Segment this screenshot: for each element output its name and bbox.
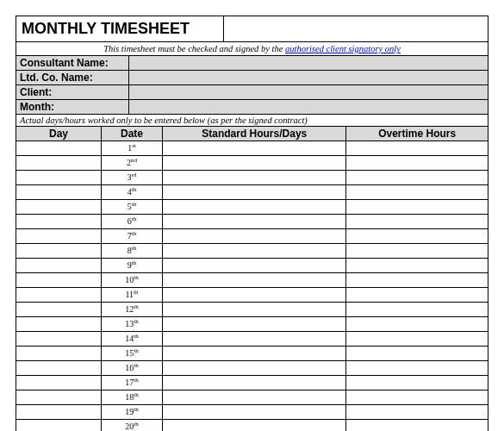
date-suffix: th xyxy=(132,259,136,266)
cell-overtime-hours[interactable] xyxy=(346,303,488,317)
cell-standard-hours[interactable] xyxy=(163,185,346,200)
table-row: 10th xyxy=(16,273,488,288)
col-header-day: Day xyxy=(16,127,101,141)
info-row: Month: xyxy=(16,100,488,115)
cell-standard-hours[interactable] xyxy=(163,405,346,420)
date-suffix: nd xyxy=(131,157,137,164)
table-row: 5th xyxy=(16,200,488,215)
cell-day[interactable] xyxy=(16,361,101,376)
cell-overtime-hours[interactable] xyxy=(346,244,488,259)
date-number: 11 xyxy=(125,290,134,299)
cell-standard-hours[interactable] xyxy=(163,244,346,259)
cell-overtime-hours[interactable] xyxy=(346,229,488,244)
info-value[interactable] xyxy=(129,100,488,114)
table-row: 8th xyxy=(16,244,488,259)
cell-date: 3rd xyxy=(101,171,162,185)
table-row: 16th xyxy=(16,361,488,376)
cell-overtime-hours[interactable] xyxy=(346,200,488,215)
date-suffix: th xyxy=(132,245,136,252)
cell-standard-hours[interactable] xyxy=(163,156,346,171)
cell-day[interactable] xyxy=(16,156,101,171)
cell-standard-hours[interactable] xyxy=(163,347,346,361)
cell-day[interactable] xyxy=(16,273,101,288)
cell-standard-hours[interactable] xyxy=(163,332,346,347)
cell-standard-hours[interactable] xyxy=(163,420,346,432)
cell-standard-hours[interactable] xyxy=(163,273,346,288)
cell-date: 11th xyxy=(101,288,162,303)
date-suffix: th xyxy=(134,318,138,325)
cell-date: 9th xyxy=(101,259,162,273)
cell-standard-hours[interactable] xyxy=(163,361,346,376)
cell-day[interactable] xyxy=(16,405,101,420)
date-number: 12 xyxy=(125,304,134,314)
cell-overtime-hours[interactable] xyxy=(346,259,488,273)
table-row: 9th xyxy=(16,259,488,273)
cell-day[interactable] xyxy=(16,288,101,303)
cell-overtime-hours[interactable] xyxy=(346,156,488,171)
cell-overtime-hours[interactable] xyxy=(346,405,488,420)
info-row: Consultant Name: xyxy=(16,56,488,71)
cell-standard-hours[interactable] xyxy=(163,200,346,215)
cell-day[interactable] xyxy=(16,317,101,332)
cell-overtime-hours[interactable] xyxy=(346,288,488,303)
cell-day[interactable] xyxy=(16,200,101,215)
cell-day[interactable] xyxy=(16,347,101,361)
cell-overtime-hours[interactable] xyxy=(346,185,488,200)
cell-overtime-hours[interactable] xyxy=(346,273,488,288)
cell-day[interactable] xyxy=(16,215,101,229)
cell-overtime-hours[interactable] xyxy=(346,171,488,185)
cell-overtime-hours[interactable] xyxy=(346,420,488,432)
date-number: 18 xyxy=(125,392,134,402)
cell-standard-hours[interactable] xyxy=(163,303,346,317)
table-row: 7th xyxy=(16,229,488,244)
cell-standard-hours[interactable] xyxy=(163,229,346,244)
cell-standard-hours[interactable] xyxy=(163,390,346,405)
cell-day[interactable] xyxy=(16,141,101,156)
note-link: authorised client signatory only xyxy=(285,44,401,53)
cell-day[interactable] xyxy=(16,185,101,200)
cell-overtime-hours[interactable] xyxy=(346,332,488,347)
cell-date: 20th xyxy=(101,420,162,432)
cell-standard-hours[interactable] xyxy=(163,171,346,185)
cell-overtime-hours[interactable] xyxy=(346,141,488,156)
cell-overtime-hours[interactable] xyxy=(346,376,488,390)
info-value[interactable] xyxy=(129,71,488,84)
info-label: Month: xyxy=(16,100,129,114)
cell-day[interactable] xyxy=(16,229,101,244)
cell-overtime-hours[interactable] xyxy=(346,390,488,405)
info-value[interactable] xyxy=(129,56,488,70)
cell-standard-hours[interactable] xyxy=(163,376,346,390)
table-row: 6th xyxy=(16,215,488,229)
cell-overtime-hours[interactable] xyxy=(346,347,488,361)
table-row: 18th xyxy=(16,390,488,405)
cell-day[interactable] xyxy=(16,390,101,405)
cell-overtime-hours[interactable] xyxy=(346,215,488,229)
cell-standard-hours[interactable] xyxy=(163,317,346,332)
cell-day[interactable] xyxy=(16,259,101,273)
date-suffix: th xyxy=(134,362,138,369)
date-suffix: th xyxy=(132,216,136,222)
cell-day[interactable] xyxy=(16,171,101,185)
date-suffix: th xyxy=(134,406,138,413)
table-row: 13th xyxy=(16,317,488,332)
cell-overtime-hours[interactable] xyxy=(346,361,488,376)
cell-date: 10th xyxy=(101,273,162,288)
cell-overtime-hours[interactable] xyxy=(346,317,488,332)
cell-day[interactable] xyxy=(16,303,101,317)
timesheet-table: Day Date Standard Hours/Days Overtime Ho… xyxy=(16,127,488,431)
cell-day[interactable] xyxy=(16,332,101,347)
date-number: 13 xyxy=(125,319,134,328)
cell-day[interactable] xyxy=(16,420,101,432)
table-row: 15th xyxy=(16,347,488,361)
cell-standard-hours[interactable] xyxy=(163,141,346,156)
info-value[interactable] xyxy=(129,85,488,99)
cell-standard-hours[interactable] xyxy=(163,215,346,229)
col-header-date: Date xyxy=(101,127,162,141)
cell-day[interactable] xyxy=(16,376,101,390)
cell-date: 13th xyxy=(101,317,162,332)
date-suffix: th xyxy=(134,347,138,354)
cell-day[interactable] xyxy=(16,244,101,259)
cell-standard-hours[interactable] xyxy=(163,259,346,273)
col-header-standard: Standard Hours/Days xyxy=(163,127,346,141)
cell-standard-hours[interactable] xyxy=(163,288,346,303)
